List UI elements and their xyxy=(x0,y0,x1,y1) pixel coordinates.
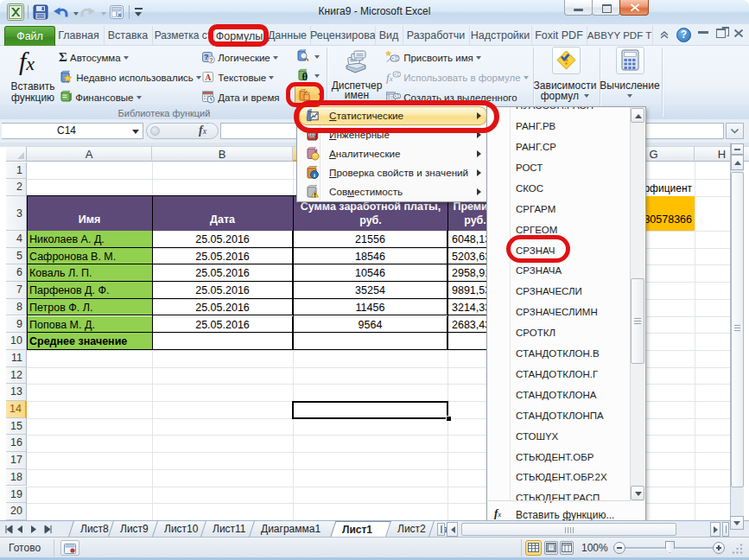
svg-text:?: ? xyxy=(204,53,209,61)
svg-text:?: ? xyxy=(209,56,213,64)
svg-text:fx: fx xyxy=(386,71,393,84)
svg-text:A: A xyxy=(205,73,212,82)
svg-text:i: i xyxy=(314,172,315,179)
svg-text:θ: θ xyxy=(302,70,308,83)
svg-text:101: 101 xyxy=(308,133,315,137)
